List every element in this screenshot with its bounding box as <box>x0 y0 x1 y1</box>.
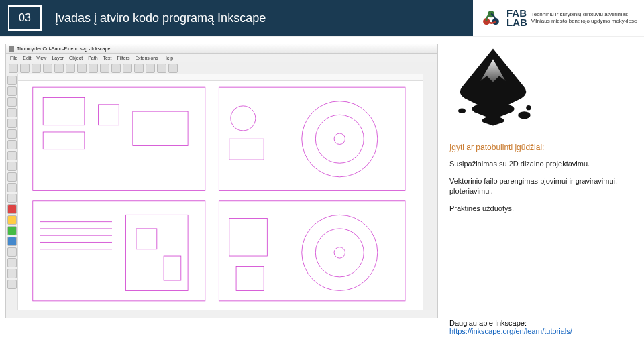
svg-point-29 <box>518 111 531 119</box>
toolbar-button <box>157 64 166 73</box>
svg-point-8 <box>315 115 364 163</box>
more-info-label: Daugiau apie Inkscape: <box>449 319 527 327</box>
menu-item: File <box>10 56 17 60</box>
slide-number: 03 <box>8 5 42 31</box>
header-left: 03 Įvadas į atviro kodo programą Inkscap… <box>0 0 473 36</box>
window-title: Thorncycler Cut-Sand-Extend.svg - Inksca… <box>17 46 110 51</box>
tool-icon <box>7 86 17 96</box>
tool-icon <box>7 194 17 203</box>
tool-icon <box>7 119 17 128</box>
inkscape-screenshot: Thorncycler Cut-Sand-Extend.svg - Inksca… <box>5 44 438 318</box>
slide-header: 03 Įvadas į atviro kodo programą Inkscap… <box>0 0 644 37</box>
svg-rect-18 <box>229 139 264 160</box>
tool-icon <box>7 247 17 257</box>
tool-icon <box>7 204 17 214</box>
svg-point-10 <box>302 215 378 290</box>
tool-icon <box>7 140 17 149</box>
tool-icon <box>7 226 17 235</box>
svg-point-7 <box>302 101 378 177</box>
tool-icon <box>7 269 17 278</box>
tool-icon <box>7 280 17 289</box>
menu-item: Extensions <box>135 56 158 60</box>
svg-point-30 <box>526 105 531 110</box>
toolbar-button <box>123 64 132 73</box>
svg-rect-13 <box>43 98 85 125</box>
skill-item: Vektorinio failo parengimas pjovimui ir … <box>449 176 631 196</box>
tutorials-link[interactable]: https://inkscape.org/en/learn/tutorials/ <box>449 327 572 335</box>
header-right: FAB LAB Techninių ir kūrybinių dirbtuvių… <box>473 0 644 36</box>
tool-icon <box>7 215 17 225</box>
menu-item: Path <box>88 56 97 60</box>
svg-rect-24 <box>126 215 189 290</box>
menu-item: Text <box>103 56 112 60</box>
toolbar-button <box>54 64 64 73</box>
toolbar-button <box>77 64 87 73</box>
menu-item: Help <box>164 56 173 60</box>
menu-item: Layer <box>52 56 64 60</box>
menu-bar: File Edit View Layer Object Path Text Fi… <box>6 54 437 62</box>
right-dock <box>423 74 437 310</box>
tool-icon <box>7 97 17 107</box>
toolbar-button <box>111 64 121 73</box>
svg-rect-16 <box>133 111 188 145</box>
skill-item: Praktinės užduotys. <box>449 204 631 213</box>
tool-icon <box>7 162 17 171</box>
inkscape-logo-icon <box>449 44 537 131</box>
app-icon <box>9 46 14 52</box>
fablab-logo: FAB LAB <box>480 7 527 29</box>
tool-icon <box>7 183 17 192</box>
tool-icon <box>7 237 17 246</box>
svg-point-31 <box>458 109 466 113</box>
more-info: Daugiau apie Inkscape: https://inkscape.… <box>449 319 631 335</box>
svg-rect-27 <box>229 218 268 256</box>
screenshot-panel: Thorncycler Cut-Sand-Extend.svg - Inksca… <box>0 37 443 362</box>
logo-description: Techninių ir kūrybinių dirbtuvių atvėrim… <box>531 11 637 24</box>
fablab-logo-icon <box>480 7 502 29</box>
slide-number-text: 03 <box>19 12 31 24</box>
menu-item: Edit <box>23 56 31 60</box>
svg-point-12 <box>334 247 345 258</box>
toolbar-button <box>32 64 41 73</box>
slide-content: Thorncycler Cut-Sand-Extend.svg - Inksca… <box>0 37 644 362</box>
skills-heading: Įgyti ar patobulinti įgūdžiai: <box>449 143 631 152</box>
tool-icon <box>7 151 17 160</box>
svg-rect-26 <box>164 256 181 280</box>
fablab-logo-text: FAB LAB <box>506 9 527 28</box>
svg-point-9 <box>334 133 345 144</box>
svg-point-11 <box>315 229 364 277</box>
menu-item: Filters <box>117 56 129 60</box>
svg-rect-3 <box>33 87 205 190</box>
toolbar-button <box>43 64 52 73</box>
canvas <box>18 74 423 310</box>
status-bar <box>6 310 437 318</box>
info-panel: Įgyti ar patobulinti įgūdžiai: Susipažin… <box>443 37 644 362</box>
skill-item: Susipažinimas su 2D dizaino projektavimu… <box>449 159 631 168</box>
logo-line2: LAB <box>506 18 527 27</box>
svg-rect-15 <box>98 105 119 125</box>
menu-item: Object <box>69 56 83 60</box>
toolbar-button <box>168 64 178 73</box>
tool-icon <box>7 108 17 117</box>
svg-rect-28 <box>236 266 264 290</box>
window-titlebar: Thorncycler Cut-Sand-Extend.svg - Inksca… <box>6 44 437 54</box>
svg-rect-14 <box>43 132 85 149</box>
toolbar-button <box>100 64 109 73</box>
toolbar-button <box>20 64 30 73</box>
ruler <box>18 74 423 81</box>
toolbar-button <box>9 64 18 73</box>
tool-icon <box>7 172 17 182</box>
slide-title: Įvadas į atviro kodo programą Inkscape <box>50 11 266 25</box>
tool-icon <box>7 76 17 85</box>
editor-body <box>6 74 437 310</box>
toolbar-button <box>89 64 98 73</box>
vector-drawing <box>28 84 417 304</box>
toolbar-button <box>134 64 144 73</box>
svg-point-17 <box>231 106 256 131</box>
tool-icon <box>7 129 17 139</box>
svg-rect-5 <box>33 201 205 301</box>
tool-icon <box>7 258 17 267</box>
menu-item: View <box>36 56 46 60</box>
tool-palette <box>6 74 18 310</box>
toolbar <box>6 62 437 74</box>
svg-rect-25 <box>136 229 157 249</box>
